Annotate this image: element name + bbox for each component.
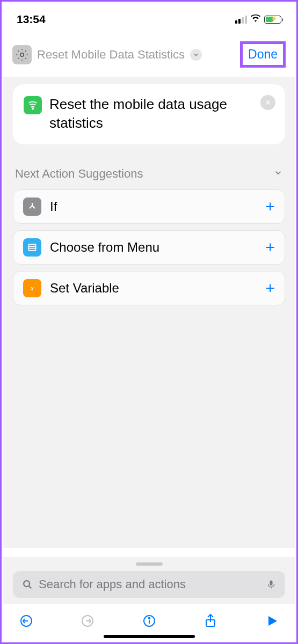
search-icon — [21, 579, 33, 590]
chevron-down-icon — [273, 168, 283, 180]
search-bar[interactable] — [13, 571, 285, 598]
chevron-down-icon[interactable] — [190, 49, 202, 61]
plus-icon[interactable]: + — [265, 197, 275, 216]
remove-action-button[interactable] — [260, 95, 275, 110]
info-button[interactable] — [141, 613, 157, 629]
if-icon — [23, 197, 41, 216]
suggestions-header[interactable]: Next Action Suggestions — [13, 167, 285, 181]
status-time: 13:54 — [17, 13, 46, 26]
suggestion-set-variable[interactable]: x Set Variable + — [13, 271, 285, 305]
menu-icon — [23, 238, 41, 257]
search-input[interactable] — [39, 577, 260, 591]
suggestion-choose-from-menu[interactable]: Choose from Menu + — [13, 230, 285, 265]
cellular-signal-icon — [235, 16, 247, 24]
share-button[interactable] — [202, 613, 219, 629]
plus-icon[interactable]: + — [265, 279, 275, 297]
settings-app-icon[interactable] — [12, 45, 32, 64]
microphone-icon[interactable] — [266, 579, 277, 590]
svg-point-1 — [32, 108, 33, 109]
svg-marker-16 — [268, 616, 277, 626]
content-area: Reset the mobile data usage statistics N… — [3, 77, 295, 548]
done-button[interactable]: Done — [240, 41, 286, 68]
nav-title[interactable]: Reset Mobile Data Statistics — [37, 48, 185, 62]
suggestion-if[interactable]: If + — [13, 189, 285, 224]
run-button[interactable] — [264, 613, 280, 629]
status-bar: 13:54 ⚡ — [2, 2, 296, 32]
suggestion-label: Choose from Menu — [50, 240, 257, 255]
svg-point-8 — [24, 581, 30, 587]
action-text: Reset the mobile data usage statistics — [49, 95, 274, 133]
grabber-handle[interactable] — [136, 562, 163, 566]
plus-icon[interactable]: + — [265, 238, 275, 257]
suggestion-label: Set Variable — [50, 281, 257, 296]
undo-button[interactable] — [18, 613, 34, 629]
nav-left: Reset Mobile Data Statistics — [12, 45, 236, 64]
svg-rect-4 — [28, 244, 35, 251]
suggestions-title: Next Action Suggestions — [15, 167, 143, 181]
battery-icon: ⚡ — [264, 16, 281, 24]
svg-text:x: x — [30, 284, 34, 292]
cellular-data-icon — [24, 96, 42, 114]
redo-button[interactable] — [79, 613, 96, 629]
svg-point-14 — [148, 618, 149, 619]
status-icons: ⚡ — [235, 13, 281, 26]
wifi-icon — [250, 13, 261, 26]
nav-bar: Reset Mobile Data Statistics Done — [2, 32, 296, 79]
svg-line-9 — [29, 586, 32, 589]
variable-icon: x — [23, 279, 41, 297]
suggestion-label: If — [50, 199, 257, 214]
bottom-area — [3, 557, 295, 641]
action-card[interactable]: Reset the mobile data usage statistics — [13, 84, 285, 144]
home-indicator[interactable] — [104, 635, 195, 638]
svg-point-0 — [20, 53, 24, 56]
